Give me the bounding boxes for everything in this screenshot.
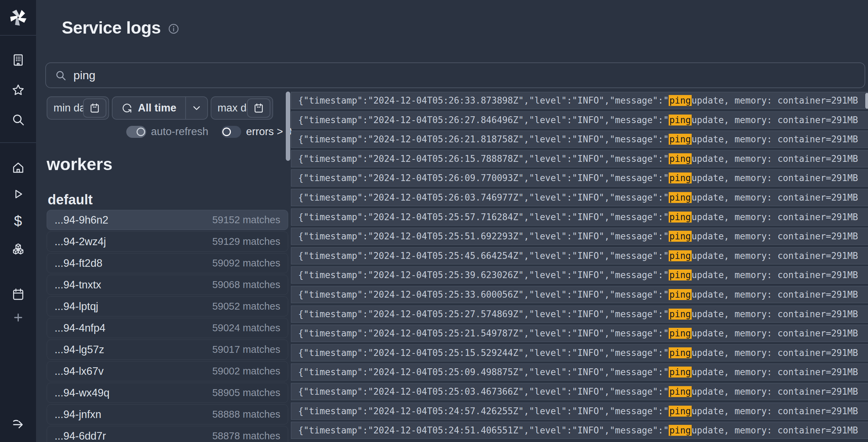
worker-row[interactable]: ...94-jnfxn58888 matches: [47, 404, 288, 425]
log-line-text: {"timestamp":"2024-12-04T05:26:03.746977…: [298, 192, 669, 203]
toggle-knob: [137, 128, 145, 136]
log-panel: {"timestamp":"2024-12-04T05:26:33.873898…: [291, 92, 868, 442]
log-line-text: update, memory: container=291MB: [692, 95, 858, 106]
sidebar-resources-button[interactable]: [10, 241, 26, 258]
info-icon[interactable]: [168, 23, 179, 35]
arrow-right-icon: [11, 417, 25, 430]
max-date-calendar-button[interactable]: [247, 98, 270, 118]
worker-match-count: 59052 matches: [212, 301, 280, 312]
windmill-logo[interactable]: [9, 9, 27, 26]
worker-row[interactable]: ...94-lx67v59002 matches: [47, 361, 288, 381]
page-header: Service logs: [62, 18, 179, 38]
log-line: {"timestamp":"2024-12-04T05:25:21.549787…: [291, 325, 868, 342]
auto-refresh-toggle[interactable]: [126, 126, 146, 138]
sidebar-billing-button[interactable]: $: [10, 213, 26, 229]
sidebar-home-button[interactable]: [10, 159, 26, 176]
sidebar-building-button[interactable]: [10, 52, 26, 68]
log-line-text: update, memory: container=291MB: [692, 386, 858, 397]
log-search-input[interactable]: [73, 69, 856, 82]
log-highlight: ping: [669, 192, 692, 203]
worker-name: ...94-ft2d8: [55, 257, 103, 270]
worker-row[interactable]: ...94-lptqj59052 matches: [47, 296, 288, 316]
worker-name: ...94-6dd7r: [55, 430, 106, 442]
sidebar-add-button[interactable]: [10, 309, 26, 326]
log-line-text: update, memory: container=291MB: [692, 328, 858, 338]
sidebar-search-button[interactable]: [10, 111, 26, 128]
log-line-text: update, memory: container=291MB: [692, 425, 858, 435]
worker-list: ...94-9h6n259152 matches...94-2wz4j59129…: [47, 210, 288, 442]
log-line: {"timestamp":"2024-12-04T05:26:09.770093…: [291, 169, 868, 187]
log-line-text: {"timestamp":"2024-12-04T05:25:33.600056…: [298, 289, 669, 300]
min-date-calendar-button[interactable]: [83, 98, 106, 118]
log-line-text: update, memory: container=291MB: [692, 212, 858, 222]
log-highlight: ping: [669, 328, 692, 339]
log-line: {"timestamp":"2024-12-04T05:26:33.873898…: [291, 92, 868, 109]
log-line-text: {"timestamp":"2024-12-04T05:24:57.426255…: [298, 406, 669, 416]
worker-row[interactable]: ...94-ft2d859092 matches: [47, 253, 288, 273]
log-line-text: {"timestamp":"2024-12-04T05:24:51.406551…: [298, 425, 669, 435]
worker-row[interactable]: ...94-wx49q58905 matches: [47, 383, 288, 403]
log-line: {"timestamp":"2024-12-04T05:25:27.574869…: [291, 306, 868, 323]
calendar-icon: [11, 287, 25, 301]
log-highlight: ping: [669, 309, 692, 320]
log-highlight: ping: [669, 289, 692, 300]
log-line-text: update, memory: container=291MB: [692, 367, 858, 377]
log-line-text: update, memory: container=291MB: [692, 173, 858, 183]
worker-name: ...94-4nfp4: [55, 322, 105, 334]
worker-name: ...94-lx67v: [55, 365, 104, 378]
log-line: {"timestamp":"2024-12-04T05:25:39.623026…: [291, 266, 868, 284]
log-highlight: ping: [669, 153, 692, 164]
log-line-text: {"timestamp":"2024-12-04T05:25:39.623026…: [298, 270, 669, 280]
log-line-text: update, memory: container=291MB: [692, 406, 858, 416]
worker-row[interactable]: ...94-9h6n259152 matches: [47, 210, 288, 230]
right-scrollbar-thumb[interactable]: [865, 93, 868, 109]
log-line-text: {"timestamp":"2024-12-04T05:25:45.664254…: [298, 251, 669, 261]
toggle-knob: [222, 128, 231, 136]
time-range-dropdown-button[interactable]: [186, 97, 207, 119]
log-line-text: {"timestamp":"2024-12-04T05:25:09.498875…: [298, 367, 669, 377]
worker-row[interactable]: ...94-lg57z59017 matches: [47, 339, 288, 360]
dollar-icon: $: [14, 214, 22, 228]
log-line-text: update, memory: container=291MB: [692, 270, 858, 280]
worker-row[interactable]: ...94-tnxtx59068 matches: [47, 275, 288, 295]
sidebar-expand-button[interactable]: [10, 415, 26, 432]
log-line: {"timestamp":"2024-12-04T05:26:27.846496…: [291, 111, 868, 129]
log-line: {"timestamp":"2024-12-04T05:25:57.716284…: [291, 208, 868, 226]
errors-toggle[interactable]: [221, 126, 241, 138]
sidebar-logo-section: [0, 0, 36, 36]
worker-name: ...94-lg57z: [55, 344, 104, 356]
log-highlight: ping: [669, 270, 692, 280]
log-line-text: {"timestamp":"2024-12-04T05:25:57.716284…: [298, 212, 669, 222]
auto-refresh-label: auto-refresh: [151, 126, 208, 138]
log-highlight: ping: [669, 231, 692, 242]
home-icon: [11, 161, 25, 175]
log-highlight: ping: [669, 347, 692, 358]
log-line-text: {"timestamp":"2024-12-04T05:25:15.529244…: [298, 348, 669, 358]
worker-match-count: 58905 matches: [212, 387, 280, 398]
windmill-logo-icon: [9, 9, 27, 26]
max-date-input[interactable]: [218, 102, 247, 114]
worker-match-count: 58888 matches: [212, 409, 280, 420]
search-icon: [55, 70, 67, 81]
worker-row[interactable]: ...94-2wz4j59129 matches: [47, 231, 288, 252]
worker-name: ...94-2wz4j: [55, 236, 106, 248]
sidebar-favorites-button[interactable]: [10, 82, 26, 98]
worker-row[interactable]: ...94-6dd7r58878 matches: [47, 426, 288, 442]
log-line-text: {"timestamp":"2024-12-04T05:25:27.574869…: [298, 309, 669, 319]
log-line-text: update, memory: container=291MB: [692, 134, 858, 144]
min-date-field: [47, 96, 109, 120]
worker-match-count: 59129 matches: [212, 236, 280, 247]
log-line: {"timestamp":"2024-12-04T05:24:51.406551…: [291, 422, 868, 439]
log-line: {"timestamp":"2024-12-04T05:25:15.529244…: [291, 344, 868, 361]
sidebar-runs-button[interactable]: [10, 186, 26, 202]
worker-row[interactable]: ...94-4nfp459024 matches: [47, 318, 288, 338]
log-line-text: update, memory: container=291MB: [692, 251, 858, 261]
log-highlight: ping: [669, 212, 692, 223]
log-line-text: update, memory: container=291MB: [692, 192, 858, 203]
log-highlight: ping: [669, 386, 692, 397]
left-scrollbar-thumb[interactable]: [286, 92, 290, 161]
sidebar-schedules-button[interactable]: [10, 286, 26, 302]
time-range-button[interactable]: All time: [113, 97, 185, 119]
worker-group-title: default: [48, 192, 93, 207]
min-date-input[interactable]: [54, 102, 83, 114]
